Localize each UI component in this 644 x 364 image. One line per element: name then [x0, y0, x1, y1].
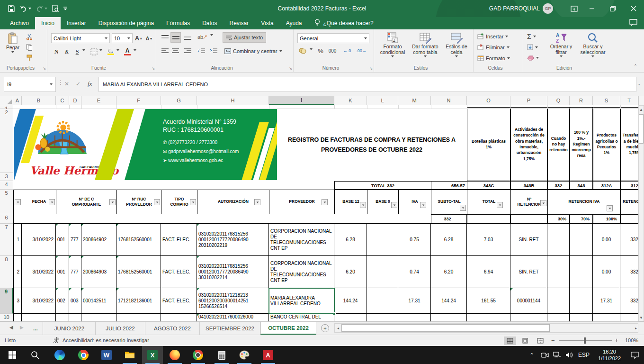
cell-n7[interactable]: 6.28 [431, 224, 467, 256]
fill-button[interactable] [527, 44, 538, 50]
cell-n10[interactable] [431, 314, 467, 321]
cell-a10[interactable] [13, 314, 22, 321]
restore-button[interactable] [602, 0, 623, 17]
taskbar-chrome-icon[interactable] [73, 346, 94, 364]
taskbar-explorer-icon[interactable] [119, 346, 140, 364]
header-comprobante[interactable]: Nº DE C OMPROBANTE [56, 190, 117, 214]
column-header-r[interactable]: R [570, 96, 593, 105]
tab-vista[interactable]: Vista [255, 17, 279, 29]
align-bottom-icon[interactable] [183, 33, 192, 42]
insert-cells-button[interactable]: Insertar [477, 33, 508, 39]
cell-g10[interactable] [161, 314, 197, 321]
cell-b7[interactable]: 3/10/2022 [22, 224, 56, 256]
format-painter-icon[interactable] [25, 54, 34, 62]
align-center-icon[interactable] [170, 46, 180, 55]
column-header-p[interactable]: P [510, 96, 547, 105]
row-header-7[interactable]: 7 [0, 224, 13, 256]
column-header-l[interactable]: L [367, 96, 398, 105]
cell-k10[interactable] [334, 314, 367, 321]
cell-c7[interactable]: 001 [56, 224, 69, 256]
code-cell-s[interactable]: 312A [593, 181, 620, 190]
cell-o8[interactable]: 6.94 [467, 256, 510, 288]
tab-revisar[interactable]: Revisar [224, 17, 255, 29]
cell-s8[interactable]: 0.00 [593, 256, 620, 288]
cell-i9[interactable]: MARIA ALEXANDRA VILLARREAL CEDENO [269, 288, 334, 314]
sort-filter-button[interactable]: AZ Ordenar y filtrar [546, 32, 576, 57]
cell-b10[interactable] [22, 314, 56, 321]
row-header-4[interactable]: 4 [0, 181, 13, 190]
taskbar-calculator-icon[interactable] [211, 346, 232, 364]
orientation-dropdown-icon[interactable] [209, 34, 214, 36]
cell-h8[interactable]: 0310202201176815256000120017772008649030… [197, 256, 269, 288]
zoom-out-icon[interactable]: − [551, 337, 555, 344]
header-retencion-iva[interactable]: RETENCION IVA [547, 190, 621, 214]
subheader-t[interactable] [620, 214, 638, 224]
cell-styles-button[interactable]: Estilos de celda [442, 32, 471, 57]
header-ruc-proveedor[interactable]: Nº RUC PROVEEDOR [116, 190, 161, 214]
italic-button[interactable]: K [63, 47, 71, 56]
column-header-a[interactable]: A [13, 96, 22, 105]
conditional-formatting-button[interactable]: ≠ Formato condicional [377, 32, 408, 57]
cell-c8[interactable]: 001 [56, 256, 69, 288]
header-base12[interactable]: BASE 12 [334, 190, 367, 214]
cell-d10[interactable] [69, 314, 81, 321]
row-header-10[interactable]: 10 [0, 314, 13, 321]
sheet-tab-agosto[interactable]: AGOSTO 2022 [145, 322, 200, 335]
bold-button[interactable]: N [52, 47, 61, 56]
column-header-i[interactable]: I [269, 96, 334, 105]
scroll-up-icon[interactable]: ▲ [639, 106, 643, 113]
tab-archivo[interactable]: Archivo [4, 17, 35, 29]
sheet-tab-julio[interactable]: JULIO 2022 [96, 322, 145, 335]
taskbar-chrome-alt-icon[interactable] [188, 346, 208, 364]
header-iva[interactable]: IVA [398, 190, 431, 214]
close-button[interactable] [623, 0, 644, 17]
cell-f10[interactable] [116, 314, 161, 321]
column-header-s[interactable]: S [593, 96, 620, 105]
action-center-icon[interactable] [628, 346, 641, 364]
taskbar-search-button[interactable] [25, 346, 45, 364]
cell-a9[interactable]: 3 [13, 288, 22, 314]
comment-icon[interactable] [629, 19, 637, 27]
view-page-layout-icon[interactable] [519, 337, 531, 345]
tab-insertar[interactable]: Insertar [61, 17, 92, 29]
cell-f7[interactable]: 1768152560001 [116, 224, 161, 256]
cell-r7[interactable] [570, 224, 593, 256]
subheader-q[interactable]: 30% [547, 214, 570, 224]
header-subtotal[interactable]: SUBTO-TAL [431, 190, 467, 214]
cell-l10[interactable] [367, 314, 398, 321]
row-header-6[interactable]: 6 [0, 214, 13, 224]
redo-icon[interactable] [34, 4, 45, 13]
tab-ayuda[interactable]: Ayuda [280, 17, 308, 29]
cell-i10[interactable]: BANCO CENTRAL DEL [269, 314, 334, 321]
cell-h9[interactable]: 0310202201171218213600120020030001425115… [197, 288, 269, 314]
filter-icon[interactable] [49, 199, 55, 205]
wrap-text-button[interactable]: Ajustar texto [223, 32, 266, 43]
taskbar-paint-icon[interactable] [234, 346, 255, 364]
taskbar-word-icon[interactable]: W [96, 346, 117, 364]
filter-icon[interactable] [540, 200, 546, 206]
cell-total-value[interactable]: 656.57 [431, 181, 467, 190]
accounting-format-icon[interactable] [297, 46, 308, 55]
filter-icon[interactable] [190, 199, 196, 205]
filter-icon[interactable] [420, 202, 426, 208]
comma-style-button[interactable]: 000 [327, 46, 338, 55]
cell-s10[interactable] [593, 314, 620, 321]
header-base0[interactable]: BASE 0 [367, 190, 399, 214]
delete-cells-button[interactable]: Eliminar [477, 44, 510, 50]
taskbar-excel-icon[interactable]: X [142, 346, 163, 364]
filter-icon[interactable] [15, 199, 21, 205]
cell-f8[interactable]: 1768152560001 [116, 256, 161, 288]
cancel-entry-icon[interactable]: ✕ [64, 81, 69, 87]
cut-icon[interactable] [25, 33, 34, 41]
filter-icon[interactable] [360, 202, 366, 208]
header-col-a[interactable] [13, 190, 22, 214]
cell-o10[interactable] [467, 314, 510, 321]
accounting-dropdown-icon[interactable] [309, 48, 313, 50]
column-header-n[interactable]: N [431, 96, 467, 105]
code-cell-q[interactable]: 332 [547, 181, 570, 190]
print-preview-icon[interactable] [50, 4, 61, 13]
cell-q8[interactable] [547, 256, 570, 288]
cell-r8[interactable] [570, 256, 593, 288]
horizontal-scroll-thumb[interactable] [341, 324, 550, 332]
tall-header-s[interactable]: Productos agricoilas o Pecuarios 1% [593, 107, 620, 181]
